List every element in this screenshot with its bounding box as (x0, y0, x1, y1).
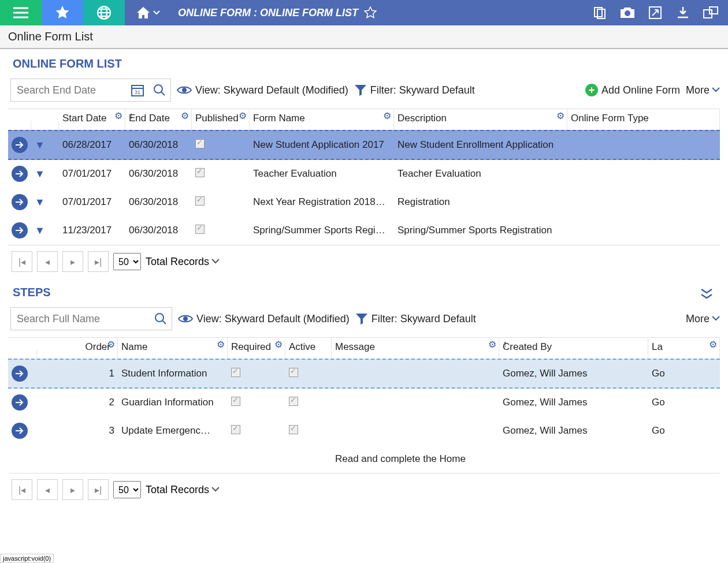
gear-icon[interactable]: ⚙ (709, 339, 717, 350)
camera-icon (620, 6, 635, 19)
end-date: 06/30/2018 (125, 219, 192, 242)
page-next[interactable]: ▸ (62, 479, 83, 500)
copy-button[interactable] (587, 0, 612, 25)
filter-selector[interactable]: Filter: Skyward Default (355, 313, 476, 325)
row-action-button[interactable] (12, 166, 28, 182)
col-name[interactable]: ⚙Name (118, 338, 228, 359)
col-end-date[interactable]: ↓⚙End Date (125, 109, 192, 130)
favorite-button[interactable] (42, 0, 83, 25)
download-icon (676, 6, 690, 20)
table-row[interactable]: ▼11/23/201706/30/2018Spring/Summer Sport… (8, 217, 720, 245)
camera-button[interactable] (615, 0, 640, 25)
page-size-select[interactable]: 50 (113, 481, 141, 498)
col-description[interactable]: ⚙Description (394, 109, 567, 130)
expand-button[interactable] (642, 0, 668, 25)
more-button[interactable]: More (686, 84, 720, 96)
col-message[interactable]: ⚙Message (332, 338, 499, 359)
page-first[interactable]: |◂ (12, 479, 32, 500)
menu-button[interactable] (0, 0, 42, 25)
forms-grid-header: ⚙Start Date ↓⚙End Date ⚙Published ⚙Form … (8, 109, 720, 130)
filter-selector[interactable]: Filter: Skyward Default (354, 84, 475, 96)
forms-grid: ⚙Start Date ↓⚙End Date ⚙Published ⚙Form … (8, 109, 720, 278)
col-form-type[interactable]: Online Form Type (567, 109, 720, 130)
add-online-form-button[interactable]: + Add Online Form (585, 84, 680, 96)
search-icon (154, 312, 168, 326)
funnel-icon (354, 84, 367, 96)
chevron-down-icon (153, 10, 160, 15)
row-action-button[interactable] (12, 222, 28, 238)
page-next[interactable]: ▸ (62, 251, 83, 272)
search-end-date[interactable]: 31 (10, 79, 171, 102)
gear-icon[interactable]: ⚙ (556, 110, 564, 121)
gear-icon[interactable]: ⚙ (181, 110, 189, 121)
col-start-date[interactable]: ⚙Start Date (59, 109, 125, 130)
step-name: Student Information (118, 362, 228, 385)
row-action-button[interactable] (12, 394, 28, 411)
steps-section-title: STEPS (8, 282, 51, 305)
col-order[interactable]: ⚙Order (37, 338, 118, 359)
view-selector[interactable]: View: Skyward Default (Modified) (177, 84, 348, 96)
table-row[interactable]: 1Student InformationGomez, Will JamesGo (8, 359, 720, 389)
table-row[interactable]: 2Guardian InformationGomez, Will JamesGo (8, 389, 720, 417)
expand-row-button[interactable]: ▼ (35, 168, 45, 180)
expand-row-button[interactable]: ▼ (35, 196, 45, 208)
table-row[interactable]: ▼07/01/201706/30/2018Next Year Registrat… (8, 188, 720, 217)
more-button[interactable]: More (686, 313, 720, 325)
dock-icon (703, 6, 718, 19)
arrow-right-icon (15, 370, 24, 378)
step-order: 1 (37, 362, 118, 385)
page-last[interactable]: ▸| (88, 479, 109, 500)
download-button[interactable] (670, 0, 696, 25)
row-action-button[interactable] (12, 194, 28, 210)
gear-icon[interactable]: ⚙ (114, 110, 122, 121)
col-last[interactable]: ⚙La (648, 338, 720, 359)
row-action-button[interactable] (12, 366, 28, 382)
expand-row-button[interactable]: ▼ (35, 139, 45, 151)
search-button[interactable] (150, 308, 172, 330)
col-published[interactable]: ⚙Published (192, 109, 250, 130)
page-title: ONLINE FORM : ONLINE FORM LIST (171, 0, 384, 25)
steps-section: STEPS View: Skyward Default (Modified) F… (0, 278, 728, 506)
page-first[interactable]: |◂ (12, 251, 32, 272)
col-active[interactable]: Active (285, 338, 332, 359)
form-description: New Student Enrollment Application (394, 133, 567, 156)
arrow-right-icon (15, 198, 24, 206)
step-order: 2 (37, 391, 118, 414)
gear-icon[interactable]: ⚙ (107, 339, 115, 350)
col-required[interactable]: ⚙Required (228, 338, 285, 359)
row-action-button[interactable] (12, 137, 28, 153)
gear-icon[interactable]: ⚙ (217, 339, 225, 350)
page-last[interactable]: ▸| (88, 251, 109, 272)
gear-icon[interactable]: ⚙ (239, 110, 247, 121)
col-form-name[interactable]: ⚙Form Name (250, 109, 394, 130)
gear-icon[interactable]: ⚙ (274, 339, 283, 350)
step-message (332, 368, 499, 379)
published-checkbox (195, 168, 205, 177)
gear-icon[interactable]: ⚙ (383, 110, 391, 121)
calendar-button[interactable]: 31 (127, 79, 148, 101)
search-button[interactable] (148, 79, 170, 101)
dock-button[interactable] (698, 0, 723, 25)
col-created-by[interactable]: ↑Created By (499, 338, 648, 359)
home-button[interactable] (125, 0, 171, 25)
gear-icon[interactable]: ⚙ (488, 339, 496, 350)
view-selector[interactable]: View: Skyward Default (Modified) (178, 313, 350, 325)
search-input[interactable] (11, 84, 127, 96)
page-prev[interactable]: ◂ (37, 479, 58, 500)
row-action-button[interactable] (12, 423, 28, 439)
total-records[interactable]: Total Records (146, 256, 220, 268)
page-size-select[interactable]: 50 (113, 253, 141, 270)
search-full-name[interactable] (10, 307, 172, 330)
total-records[interactable]: Total Records (146, 484, 220, 496)
active-checkbox (289, 397, 298, 406)
global-button[interactable] (83, 0, 125, 25)
page-prev[interactable]: ◂ (37, 251, 58, 272)
chevron-down-icon (211, 259, 220, 264)
star-outline-icon[interactable] (364, 6, 377, 19)
table-row[interactable]: ▼06/28/201706/30/2018New Student Applica… (8, 130, 720, 160)
table-row[interactable]: ▼07/01/201706/30/2018Teacher EvaluationT… (8, 160, 720, 188)
expand-row-button[interactable]: ▼ (35, 225, 45, 236)
search-input[interactable] (11, 313, 150, 325)
table-row[interactable]: 3Update Emergenc…Gomez, Will JamesGo (8, 417, 720, 445)
collapse-button[interactable] (700, 288, 713, 300)
